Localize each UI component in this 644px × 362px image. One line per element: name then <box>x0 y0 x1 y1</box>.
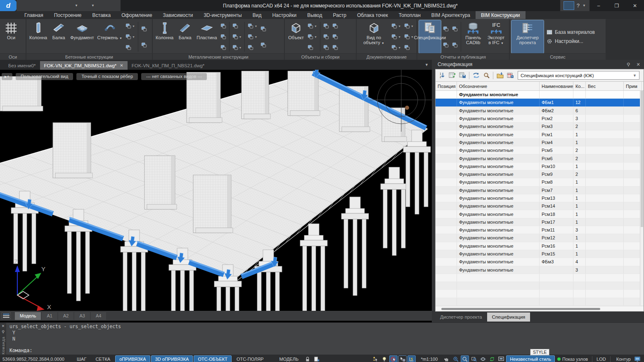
panel-tab-Спецификация[interactable]: Спецификация <box>487 312 530 322</box>
horizontal-scrollbar[interactable] <box>436 306 644 311</box>
customize-menu-button[interactable] <box>107 1 116 10</box>
layout-list-icon[interactable] <box>2 312 11 319</box>
viewport-overlay-button[interactable]: Точный с показом рёбер <box>76 73 138 80</box>
spec-tool-sync-arrows[interactable] <box>471 71 481 80</box>
lod-button[interactable]: LOD <box>597 357 606 362</box>
ribbon-tool-frame-view[interactable] <box>331 44 339 51</box>
table-row[interactable]: Фундаменты монолитныеРсм23 <box>436 115 644 123</box>
minimize-button[interactable]: – <box>590 0 608 11</box>
table-row[interactable]: Фундаменты монолитныеРсм161 <box>436 242 644 250</box>
ribbon-tool-markup-edit[interactable] <box>403 44 414 51</box>
layout-tab-A1[interactable]: A1 <box>42 312 57 320</box>
undo-arrow-chevron-icon[interactable]: ▼ <box>74 4 78 7</box>
ribbon-tool-weld-gusset[interactable] <box>220 33 227 40</box>
ribbon-tool-copy-assembly[interactable] <box>307 44 318 51</box>
table-row[interactable]: Фундаменты монолитныеРсм181 <box>436 210 644 218</box>
layout-tab-A3[interactable]: A3 <box>74 312 90 320</box>
ribbon-button-Стержень[interactable]: Стержень ▼ <box>96 20 123 53</box>
ribbon-tool-beam-element[interactable] <box>247 44 258 51</box>
ribbon-tool-view-sync[interactable]: ▼ <box>391 44 402 51</box>
ribbon-tool-vb-block[interactable] <box>322 44 330 51</box>
spec-column-header[interactable]: Позиция <box>436 82 457 90</box>
visual-style-button[interactable]: Неизвестный стиль <box>506 355 555 362</box>
status-toggle-ОТС-ОБЪЕКТ[interactable]: ОТС-ОБЪЕКТ <box>194 355 231 362</box>
undo-arrow-button[interactable] <box>64 1 73 10</box>
spec-tool-search-settings[interactable] <box>482 71 491 80</box>
command-close-icon[interactable]: ✕ <box>2 324 5 328</box>
ribbon-tab-Оформление[interactable]: Оформление <box>116 11 157 19</box>
viewport-lock-button[interactable] <box>303 355 312 362</box>
ribbon-tool-node-corner[interactable]: ▼ <box>232 33 243 40</box>
sheet-preview-button[interactable] <box>313 355 321 362</box>
document-tab[interactable]: Без имени0* <box>4 61 40 70</box>
ribbon-tab-Настройки[interactable]: Настройки <box>267 11 302 19</box>
open-folder-button[interactable] <box>31 1 40 10</box>
pan-button[interactable] <box>443 355 451 362</box>
orbit-button[interactable] <box>479 355 487 362</box>
ribbon-button-Фундамент[interactable]: Фундамент <box>69 20 95 53</box>
table-row[interactable] <box>436 298 644 306</box>
panel-tab-Диспетчер проекта[interactable]: Диспетчер проекта <box>435 312 487 322</box>
ribbon-tab-Вывод[interactable]: Вывод <box>302 11 327 19</box>
ribbon-tab-BIM Архитектура[interactable]: BIM Архитектура <box>426 11 476 19</box>
ribbon-tool-frame-add[interactable] <box>331 33 339 40</box>
table-row[interactable]: Фундаменты монолитныеРсм32 <box>436 123 644 130</box>
ribbon-tool-contour-plate[interactable] <box>140 26 148 32</box>
ribbon-tool-bolt-connection[interactable] <box>220 23 227 29</box>
vertical-scrollbar[interactable] <box>640 91 644 305</box>
ribbon-tool-node-base[interactable]: ▼ <box>232 44 243 51</box>
spec-column-header[interactable]: Вес <box>586 82 624 90</box>
ribbon-tool-group-copy[interactable] <box>322 23 330 29</box>
view-navigation-button[interactable]: ▸+ <box>2 73 12 80</box>
restore-button[interactable]: ❐ <box>608 0 626 11</box>
save-all-button[interactable] <box>53 1 62 10</box>
spec-column-header[interactable]: Ко... <box>573 82 586 90</box>
ribbon-tab-Зависимости[interactable]: Зависимости <box>158 11 199 19</box>
status-toggle-3D оПРИВЯЗКА[interactable]: 3D оПРИВЯЗКА <box>151 355 193 362</box>
spec-tool-open-report[interactable] <box>495 71 504 80</box>
toolbox-button[interactable] <box>564 1 574 10</box>
table-row[interactable]: Фундаменты монолитныеФБм34 <box>436 258 644 266</box>
lighting-button[interactable] <box>380 355 388 362</box>
save-button[interactable] <box>42 1 51 10</box>
selection-cycling-button[interactable] <box>371 355 379 362</box>
ribbon-tool-table-copy[interactable] <box>451 42 459 48</box>
table-row[interactable]: Фундаменты монолитныеРсм71 <box>436 187 644 194</box>
ribbon-tool-column-splice[interactable]: ▼ <box>247 23 258 29</box>
ribbon-tab-Вставка[interactable]: Вставка <box>87 11 116 19</box>
spec-column-header[interactable]: Обозначение <box>457 82 540 90</box>
table-row[interactable]: Фундаменты монолитныеРсм11 <box>436 130 644 138</box>
ribbon-button-Балка[interactable]: Балка <box>49 20 68 53</box>
help-chevron-icon[interactable]: ▼ <box>582 4 586 7</box>
ribbon-button-Оси[interactable]: Оси <box>2 20 21 53</box>
spec-tool-update-table[interactable] <box>447 71 457 80</box>
ribbon-button-Колонна[interactable]: Колонна <box>154 20 175 53</box>
ribbon-tool-edit-doc[interactable]: ▼ <box>307 33 318 40</box>
viewport-overlay-button[interactable]: --- нет связанных видов --- <box>141 73 207 80</box>
ribbon-tool-dim-linear[interactable]: ▼ <box>403 23 414 29</box>
horizontal-scrollbar-thumb[interactable] <box>441 308 600 310</box>
new-file-button[interactable] <box>21 1 30 10</box>
table-row[interactable]: Фундаменты монолитныеРсм121 <box>436 234 644 242</box>
table-row[interactable]: Фундаменты монолитныеРсм41 <box>436 139 644 147</box>
zoom-object-button[interactable] <box>470 355 478 362</box>
ribbon-button-Пластина[interactable]: Пластина <box>195 20 218 53</box>
viewport[interactable]: ▸+Пользовательский видТочный с показом р… <box>0 70 432 311</box>
ribbon-tool-rebar-bend[interactable] <box>125 44 136 51</box>
tab-close-icon[interactable]: ✕ <box>120 63 123 68</box>
ribbon-button-Балка[interactable]: Балка <box>175 20 194 53</box>
ribbon-tab-BIM Конструкции[interactable]: BIM Конструкции <box>476 11 526 19</box>
ribbon-tool-brace-rod[interactable] <box>220 44 227 51</box>
spec-tool-save-table[interactable] <box>458 71 467 80</box>
ribbon-tool-rebar-hook[interactable]: ▼ <box>125 23 136 29</box>
clean-screen-button[interactable] <box>497 355 505 362</box>
spec-type-dropdown[interactable]: Спецификация конструкций (КЖ)▼ <box>518 71 639 80</box>
pin-icon[interactable]: ⚲ <box>625 62 632 67</box>
ribbon-tab-Построение[interactable]: Построение <box>49 11 87 19</box>
ribbon-button-База материалов[interactable]: База материалов <box>546 29 595 35</box>
ribbon-button-Колонна[interactable]: Колонна <box>28 20 48 53</box>
ribbon-tool-table-insert[interactable] <box>451 26 459 32</box>
status-toggle-ОТС-ПОЛЯР[interactable]: ОТС-ПОЛЯР <box>232 355 268 362</box>
vertical-scrollbar-thumb[interactable] <box>641 91 643 227</box>
ribbon-tab-Вид[interactable]: Вид <box>247 11 267 19</box>
